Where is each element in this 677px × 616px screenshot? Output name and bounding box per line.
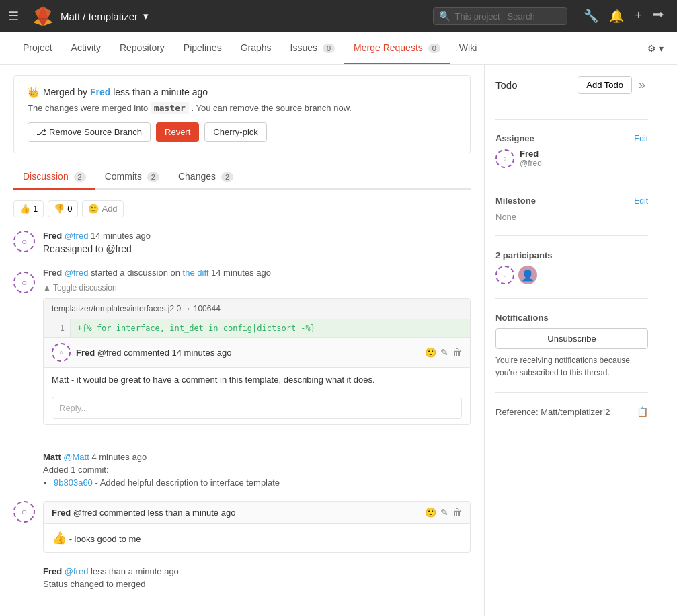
commit-time: 4 minutes ago bbox=[91, 452, 147, 462]
fred-comment-actions: 🙂 ✎ 🗑 bbox=[425, 507, 462, 518]
discussion-content: Fred @fred started a discussion on the d… bbox=[43, 268, 471, 438]
comment-body: Matt - it would be great to have a comme… bbox=[44, 368, 470, 391]
status-handle[interactable]: @fred bbox=[65, 566, 89, 576]
assignee-edit-link[interactable]: Edit bbox=[634, 134, 648, 143]
discussion-handle: @fred started a discussion on the diff 1… bbox=[65, 268, 271, 278]
notifications-label: Notifications bbox=[495, 313, 549, 323]
fred-avatar-2: ○ bbox=[13, 272, 35, 293]
add-icon[interactable]: + bbox=[631, 6, 646, 26]
subnav-activity[interactable]: Activity bbox=[62, 33, 110, 64]
merged-time: less than a minute ago bbox=[113, 87, 208, 98]
search-input[interactable] bbox=[454, 11, 549, 22]
activity-handle[interactable]: @fred bbox=[65, 231, 89, 241]
comment-actions: 🙂 ✎ 🗑 bbox=[425, 347, 462, 358]
assignee-handle: @fred bbox=[520, 159, 542, 168]
commit-description: - Added helpful description to interface… bbox=[95, 477, 280, 488]
thumbs-down-count: 0 bbox=[67, 204, 72, 214]
diff-line-number: 1 bbox=[44, 319, 71, 337]
toggle-chevron-icon: ▲ bbox=[43, 283, 51, 293]
thumbs-up-button[interactable]: 👍 1 bbox=[13, 200, 44, 217]
fred-edit-icon[interactable]: ✎ bbox=[440, 507, 448, 518]
expand-sidebar-icon[interactable]: » bbox=[636, 75, 648, 95]
reply-input[interactable]: Reply... bbox=[52, 397, 462, 419]
revert-button[interactable]: Revert bbox=[156, 122, 199, 142]
fred-comment-body: 👍 - looks good to me bbox=[44, 524, 470, 552]
participants-section: 2 participants ○ 👤 bbox=[495, 249, 648, 299]
subnav-merge-requests[interactable]: Merge Requests 0 bbox=[344, 33, 450, 64]
tab-changes[interactable]: Changes 2 bbox=[169, 164, 243, 190]
commit-hash-link[interactable]: 9b803a60 bbox=[54, 477, 93, 488]
gitlab-logo bbox=[31, 4, 55, 28]
fred-delete-icon[interactable]: 🗑 bbox=[452, 507, 462, 518]
milestone-edit-link[interactable]: Edit bbox=[634, 196, 648, 206]
todo-row: Todo Add Todo » bbox=[495, 75, 648, 95]
assignee-label: Assignee bbox=[495, 133, 534, 143]
reassigned-link[interactable]: @fred bbox=[106, 243, 131, 254]
changes-count: 2 bbox=[221, 172, 233, 182]
search-icon: 🔍 bbox=[439, 11, 450, 22]
reference-text: Reference: Matt/templatizer!2 bbox=[495, 407, 610, 417]
commit-handle[interactable]: @Matt bbox=[63, 452, 89, 462]
subnav-wiki[interactable]: Wiki bbox=[450, 33, 486, 64]
thumbs-down-icon: 👎 bbox=[54, 204, 65, 214]
participant-avatar-fred: ○ bbox=[495, 266, 514, 284]
status-time: less than a minute ago bbox=[91, 566, 179, 576]
remove-source-branch-button[interactable]: ⎇ Remove Source Branch bbox=[28, 122, 151, 142]
subnav-pipelines[interactable]: Pipelines bbox=[174, 33, 231, 64]
merged-by-name: Fred bbox=[90, 87, 110, 98]
commenter-name: Fred bbox=[76, 348, 95, 358]
fred-comment-text: - looks good to me bbox=[69, 534, 141, 544]
assignee-name: Fred bbox=[520, 149, 542, 159]
navbar: ☰ Matt / templatizer ▾ 🔍 🔧 🔔 + ⮕ bbox=[0, 0, 677, 32]
subnav-settings[interactable]: ⚙ ▾ bbox=[647, 43, 664, 54]
copy-reference-icon[interactable]: 📋 bbox=[637, 406, 648, 417]
tab-discussion[interactable]: Discussion 2 bbox=[13, 164, 95, 190]
cherry-pick-button[interactable]: Cherry-pick bbox=[204, 122, 266, 142]
delete-comment-icon[interactable]: 🗑 bbox=[452, 347, 462, 358]
unsubscribe-button[interactable]: Unsubscribe bbox=[495, 328, 648, 349]
signout-icon[interactable]: ⮕ bbox=[649, 6, 669, 26]
subnav: Project Activity Repository Pipelines Gr… bbox=[0, 32, 677, 65]
brand-text[interactable]: Matt / templatizer bbox=[61, 11, 138, 22]
activity-avatar-fred1: ○ bbox=[13, 231, 35, 252]
emoji-action-icon[interactable]: 🙂 bbox=[425, 347, 436, 358]
subnav-graphs[interactable]: Graphs bbox=[231, 33, 281, 64]
tab-commits[interactable]: Commits 2 bbox=[95, 164, 169, 190]
commit-author: Matt bbox=[43, 452, 61, 462]
merge-actions: ⎇ Remove Source Branch Revert Cherry-pic… bbox=[28, 122, 456, 142]
diff-added-content: +{% for interface, int_det in config|dic… bbox=[77, 323, 315, 333]
discussion-activity-item: ○ Fred @fred started a discussion on the… bbox=[13, 268, 471, 438]
fred-comment-action: commented less than a minute ago bbox=[99, 508, 235, 518]
fred-comment-meta: Fred @fred commented less than a minute … bbox=[52, 508, 425, 518]
notifications-icon[interactable]: 🔔 bbox=[605, 6, 628, 26]
commit-list: 9b803a60 - Added helpful description to … bbox=[54, 477, 471, 488]
thumbs-down-button[interactable]: 👎 0 bbox=[48, 200, 78, 217]
branch-icon: ⎇ bbox=[36, 127, 46, 137]
smiley-icon: 🙂 bbox=[88, 204, 99, 214]
commit-list-item: 9b803a60 - Added helpful description to … bbox=[54, 477, 471, 488]
tabs: Discussion 2 Commits 2 Changes 2 bbox=[13, 164, 471, 190]
settings-icon[interactable]: 🔧 bbox=[580, 6, 602, 26]
commit-activity-item: Matt @Matt 4 minutes ago Added 1 commit:… bbox=[13, 452, 471, 488]
comment-header: ○ Fred @fred commented 14 minutes ago 🙂 … bbox=[44, 338, 470, 368]
brand[interactable]: Matt / templatizer ▾ bbox=[31, 4, 149, 28]
activity-reassigned: ○ Fred @fred 14 minutes ago Reassigned t… bbox=[13, 231, 471, 254]
toggle-discussion-button[interactable]: ▲ Toggle discussion bbox=[43, 283, 471, 293]
subnav-repository[interactable]: Repository bbox=[110, 33, 174, 64]
participant-avatar-matt: 👤 bbox=[518, 266, 537, 284]
edit-comment-icon[interactable]: ✎ bbox=[440, 347, 448, 358]
subnav-project[interactable]: Project bbox=[13, 33, 62, 64]
milestone-section: Milestone Edit None bbox=[495, 196, 648, 236]
fred-emoji-action-icon[interactable]: 🙂 bbox=[425, 507, 436, 518]
fred-comment-content: Fred @fred commented less than a minute … bbox=[43, 501, 471, 553]
discussion-author: Fred bbox=[43, 268, 62, 278]
thumbs-up-count: 1 bbox=[33, 204, 38, 214]
subnav-issues[interactable]: Issues 0 bbox=[281, 33, 344, 64]
add-reaction-button[interactable]: 🙂 Add bbox=[82, 200, 123, 217]
mr-badge: 0 bbox=[428, 44, 440, 53]
add-todo-button[interactable]: Add Todo bbox=[578, 76, 632, 94]
diff-link[interactable]: the diff bbox=[183, 268, 209, 278]
search-box[interactable]: 🔍 bbox=[433, 7, 567, 25]
fred-commenter-handle[interactable]: @fred bbox=[73, 508, 97, 518]
hamburger-icon[interactable]: ☰ bbox=[8, 9, 19, 24]
